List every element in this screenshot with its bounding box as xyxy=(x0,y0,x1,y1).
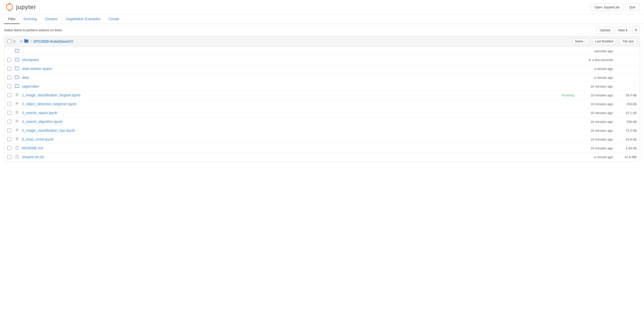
file-modified: 16 minutes ago xyxy=(580,85,613,88)
file-size: 256 kB xyxy=(619,120,637,124)
new-button-label: New xyxy=(618,28,625,32)
file-size: 1.64 kB xyxy=(619,146,637,150)
file-icon xyxy=(14,66,19,71)
file-icon xyxy=(14,75,19,80)
file-meta: 16 minutes ago 256 kB xyxy=(556,120,637,124)
tab-files[interactable]: Files xyxy=(4,14,20,24)
file-checkbox[interactable] xyxy=(7,58,11,62)
file-icon xyxy=(14,146,19,150)
table-row: 3_search_space.ipynb 16 minutes ago 15.1… xyxy=(4,109,640,117)
file-name-link[interactable]: dask-worker-space xyxy=(22,67,556,71)
file-checkbox[interactable] xyxy=(7,128,11,132)
running-badge: Running xyxy=(559,93,574,97)
table-row: dask-worker-space a minute ago xyxy=(4,64,640,73)
file-modified: 16 minutes ago xyxy=(580,129,613,132)
file-modified: seconds ago xyxy=(580,49,613,53)
logo-text: jupyter xyxy=(16,4,36,11)
modified-sort-button[interactable]: Last Modified xyxy=(593,38,616,44)
file-meta: in a few seconds xyxy=(556,58,637,62)
breadcrumb-separator: / xyxy=(31,40,32,43)
file-checkbox[interactable] xyxy=(7,93,11,97)
file-meta: seconds ago xyxy=(556,49,637,53)
file-checkbox[interactable] xyxy=(7,137,11,141)
file-meta: Running 16 minutes ago 39.4 kB xyxy=(556,93,637,97)
file-meta: 16 minutes ago xyxy=(556,85,637,88)
svg-rect-21 xyxy=(15,128,18,132)
open-jupyterlab-button[interactable]: Open JupyterLab xyxy=(591,4,623,11)
tabs-bar: Files Running Clusters SageMaker Example… xyxy=(0,14,644,24)
file-icon xyxy=(14,102,19,106)
file-checkbox[interactable] xyxy=(7,146,11,150)
file-name-link[interactable]: data xyxy=(22,75,556,79)
name-sort-button[interactable]: Name ↓ xyxy=(572,38,588,44)
tab-clusters[interactable]: Clusters xyxy=(41,14,62,24)
items-dropdown-icon[interactable]: ▾ xyxy=(20,40,22,43)
file-size: 41.9 MB xyxy=(619,155,637,159)
table-row: 5_image_classification_hpo.ipynb 16 minu… xyxy=(4,126,640,135)
file-checkbox[interactable] xyxy=(7,155,11,159)
file-modified: in a few seconds xyxy=(580,58,613,62)
new-button[interactable]: New ▾ xyxy=(615,27,631,34)
file-name-link[interactable]: 4_search_algorithm.ipynb xyxy=(22,120,556,124)
new-dropdown-icon: ▾ xyxy=(626,28,628,32)
file-meta: 16 minutes ago 15.1 kB xyxy=(556,111,637,115)
tab-running[interactable]: Running xyxy=(20,14,41,24)
table-row: README.md 16 minutes ago 1.64 kB xyxy=(4,144,640,153)
file-name-link[interactable]: .. xyxy=(22,49,556,53)
quit-button[interactable]: Quit xyxy=(625,4,639,11)
tab-sagemaker[interactable]: SageMaker Examples xyxy=(62,14,104,24)
file-modified: a minute ago xyxy=(580,155,613,159)
file-icon xyxy=(14,111,19,115)
file-icon xyxy=(14,58,19,62)
file-meta: 16 minutes ago 1.64 kB xyxy=(556,146,637,150)
file-name-link[interactable]: 3_search_space.ipynb xyxy=(22,111,556,115)
file-size: 74.3 kB xyxy=(619,129,637,132)
file-browser: 0 ▾ / GTC2020-AutoGluonCV Name ↓ Last Mo… xyxy=(4,36,640,161)
file-checkbox[interactable] xyxy=(7,111,11,115)
table-row: .. seconds ago xyxy=(4,47,640,56)
file-icon xyxy=(14,137,19,142)
file-name-link[interactable]: shopee-iet.zip xyxy=(22,155,556,159)
svg-rect-5 xyxy=(15,93,18,97)
table-row: 4_search_algorithm.ipynb 16 minutes ago … xyxy=(4,117,640,126)
svg-rect-25 xyxy=(15,137,18,141)
file-modified: 16 minutes ago xyxy=(580,111,613,115)
file-size: 253 kB xyxy=(619,102,637,106)
select-all-checkbox[interactable] xyxy=(7,39,11,43)
file-name-link[interactable]: 6_enas_mnist.ipynb xyxy=(22,137,556,141)
file-icon xyxy=(14,84,19,89)
file-checkbox[interactable] xyxy=(7,120,11,124)
file-checkbox[interactable] xyxy=(7,84,11,88)
file-name-link[interactable]: README.md xyxy=(22,146,556,150)
tab-conda[interactable]: Conda xyxy=(104,14,123,24)
file-name-link[interactable]: 5_image_classification_hpo.ipynb xyxy=(22,128,556,132)
svg-rect-9 xyxy=(15,102,18,105)
file-size: 39.4 kB xyxy=(619,93,637,97)
logo: jupyter xyxy=(5,3,36,12)
file-meta: 16 minutes ago 253 kB xyxy=(556,102,637,106)
file-icon xyxy=(14,128,19,133)
breadcrumb-folder-link[interactable]: GTC2020-AutoGluonCV xyxy=(34,39,73,43)
file-meta: 16 minutes ago 24.8 kB xyxy=(556,138,637,141)
file-checkbox[interactable] xyxy=(7,75,11,79)
file-name-link[interactable]: sagemaker xyxy=(22,84,556,88)
file-modified: 16 minutes ago xyxy=(580,102,613,106)
file-list: .. seconds ago checkpoint in a few secon… xyxy=(4,47,640,161)
header: jupyter Open JupyterLab Quit xyxy=(0,0,644,14)
table-row: shopee-iet.zip a minute ago 41.9 MB xyxy=(4,153,640,161)
file-modified: a minute ago xyxy=(580,76,613,79)
refresh-button[interactable]: ↻ xyxy=(632,26,640,34)
file-name-link[interactable]: 1_image_classification_beginer.ipynb xyxy=(22,93,556,97)
svg-rect-13 xyxy=(15,111,18,114)
file-meta: a minute ago xyxy=(556,76,637,79)
file-name-link[interactable]: checkpoint xyxy=(22,58,556,62)
table-row: 1_image_classification_beginer.ipynb Run… xyxy=(4,91,640,100)
toolbar-actions: Upload New ▾ ↻ xyxy=(597,26,640,34)
upload-button[interactable]: Upload xyxy=(597,27,613,34)
table-row: 2_object_detection_beginner.ipynb 16 min… xyxy=(4,100,640,109)
size-sort-button[interactable]: File size xyxy=(620,38,637,44)
file-name-link[interactable]: 2_object_detection_beginner.ipynb xyxy=(22,102,556,106)
file-checkbox[interactable] xyxy=(7,102,11,106)
file-checkbox[interactable] xyxy=(7,67,11,71)
header-buttons: Open JupyterLab Quit xyxy=(591,4,639,11)
